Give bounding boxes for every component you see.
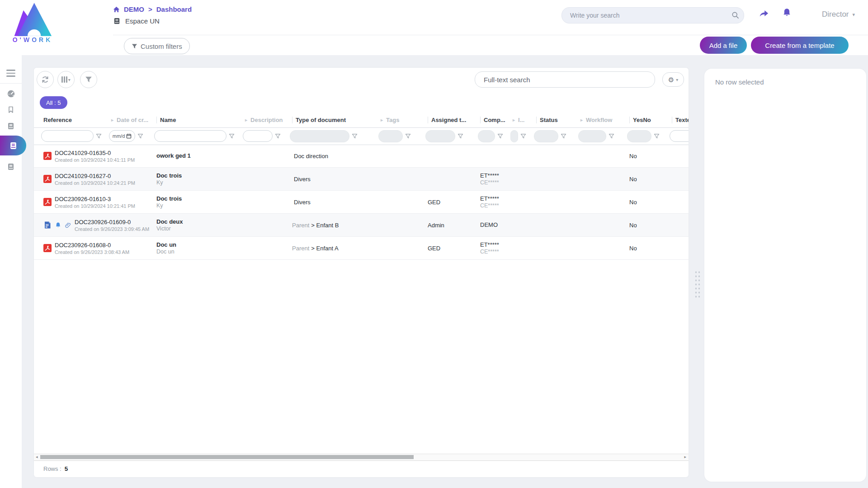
filter-funnel-icon[interactable] [275, 133, 281, 139]
filter-funnel-icon[interactable] [654, 133, 660, 139]
filter-status-disabled [534, 130, 558, 142]
sidebar-item-documents-active[interactable] [0, 136, 26, 155]
filter-funnel-icon[interactable] [520, 133, 526, 139]
funnel-icon [85, 76, 92, 83]
menu-toggle-icon[interactable] [0, 70, 22, 77]
refresh-button[interactable] [37, 71, 54, 88]
notifications-bell-icon[interactable] [782, 8, 792, 18]
column-header-assigned[interactable]: Assigned t... [424, 117, 476, 123]
table-settings-button[interactable]: ⚙ ▾ [662, 72, 684, 87]
filter-funnel-icon[interactable] [458, 133, 463, 139]
sort-arrow-icon: ▸ [111, 117, 113, 122]
filter-funnel-icon[interactable] [229, 133, 235, 139]
name-cell: Doc deuxVictor [153, 218, 241, 232]
user-role-label: Director [822, 10, 849, 19]
filter-date-input[interactable]: mm/d [109, 130, 135, 142]
filter-description-input[interactable] [243, 130, 273, 142]
pdf-file-icon [43, 198, 52, 206]
filters-button[interactable] [80, 71, 97, 88]
reference-cell: w DOC230926-01609-0Created on 9/26/2023 … [40, 219, 108, 232]
column-divider [536, 117, 537, 123]
column-header-tags[interactable]: ▸Tags [377, 117, 424, 123]
user-role-menu[interactable]: Director ▾ [822, 10, 855, 19]
table-footer: Rows : 5 [34, 460, 689, 477]
scrollbar-thumb[interactable] [40, 455, 414, 459]
sidebar-item-library[interactable] [0, 122, 22, 130]
sidebar-item-archives[interactable] [0, 163, 22, 171]
name-cell: Doc troisKy [153, 195, 241, 209]
panel-resize-handle[interactable] [694, 270, 700, 298]
horizontal-scrollbar[interactable]: ◂ ▸ [34, 454, 689, 461]
book-icon [9, 141, 18, 150]
column-header-description[interactable]: ▸Description [241, 117, 288, 123]
type-cell: Doc direction [288, 153, 377, 160]
table-row[interactable]: DOC241029-01627-0Created on 10/29/2024 1… [34, 168, 689, 191]
company-cell: ET*****CE***** [476, 172, 509, 186]
breadcrumb: DEMO > Dashboard Espace UN [113, 5, 192, 25]
fulltext-search-input[interactable] [483, 72, 647, 87]
search-icon[interactable] [731, 11, 739, 19]
filter-funnel-icon[interactable] [561, 133, 566, 139]
share-icon[interactable] [759, 9, 769, 18]
created-date: Created on 9/26/2023 3:09:45 AM [75, 226, 149, 232]
add-file-button[interactable]: Add a file [700, 37, 747, 54]
column-header-type[interactable]: Type of document [288, 117, 377, 123]
tab-all-count[interactable]: All : 5 [40, 96, 67, 109]
paperclip-icon [65, 222, 71, 229]
column-header-name[interactable]: Name [153, 117, 241, 123]
column-header-texte[interactable]: Texte [668, 117, 689, 123]
workspace-name: Espace UN [125, 17, 160, 25]
type-cell: Divers [288, 176, 377, 183]
book-icon [7, 122, 15, 130]
scroll-left-icon[interactable]: ◂ [36, 455, 38, 460]
yesno-cell: No [626, 153, 668, 160]
columns-visibility-button[interactable]: ▾ [57, 71, 75, 88]
header-divider [113, 35, 868, 35]
calendar-icon [126, 133, 132, 139]
yesno-cell: No [626, 245, 668, 252]
column-header-date[interactable]: ▸Date of cr... [108, 117, 153, 123]
company-cell: ET*****CE***** [476, 241, 509, 255]
custom-filters-button[interactable]: Custom filters [124, 38, 190, 54]
scroll-right-icon[interactable]: ▸ [684, 455, 686, 460]
type-cell: Parent> Enfant A [288, 245, 377, 252]
filter-funnel-icon[interactable] [96, 133, 102, 139]
table-row[interactable]: w DOC230926-01609-0Created on 9/26/2023 … [34, 214, 689, 237]
filter-funnel-icon[interactable] [405, 133, 411, 139]
breadcrumb-separator: > [148, 5, 152, 13]
column-divider [292, 117, 292, 123]
sidebar-item-dashboard[interactable] [0, 89, 22, 98]
company-cell: DEMO [476, 221, 509, 229]
table-row[interactable]: DOC241029-01635-0Created on 10/29/2024 1… [34, 145, 689, 168]
sort-arrow-icon: ▸ [381, 117, 383, 122]
column-header-workflow[interactable]: ▸Workflow [577, 117, 626, 123]
breadcrumb-current[interactable]: Dashboard [156, 5, 192, 13]
column-header-company[interactable]: Comp... [476, 117, 509, 123]
filter-texte-input[interactable] [670, 130, 689, 142]
create-from-template-button[interactable]: Create from a template [751, 37, 849, 54]
custom-filters-label: Custom filters [141, 42, 182, 50]
filter-i-disabled [510, 130, 518, 142]
filter-funnel-icon[interactable] [137, 133, 143, 139]
sidebar-item-bookmarks[interactable] [0, 106, 22, 114]
filter-funnel-icon[interactable] [609, 133, 614, 139]
filter-funnel-icon[interactable] [497, 133, 503, 139]
word-file-icon: w [43, 221, 52, 229]
name-cell: owork ged 1 [153, 152, 241, 160]
filter-name-input[interactable] [154, 130, 226, 142]
chevron-down-icon: ▾ [853, 12, 855, 18]
global-search-input[interactable] [569, 8, 725, 23]
app-logo[interactable]: O'WORK [6, 2, 59, 43]
home-icon[interactable] [113, 6, 120, 13]
breadcrumb-root[interactable]: DEMO [124, 5, 144, 13]
filter-funnel-icon[interactable] [352, 133, 358, 139]
column-header-i[interactable]: ▸I... [509, 117, 533, 123]
reference-cell: DOC241029-01627-0Created on 10/29/2024 1… [40, 173, 108, 186]
column-header-reference[interactable]: Reference [40, 117, 108, 123]
table-row[interactable]: DOC230926-01608-0Created on 9/26/2023 3:… [34, 237, 689, 260]
filter-reference-input[interactable] [41, 130, 94, 142]
table-row[interactable]: DOC230926-01610-3Created on 10/29/2024 1… [34, 191, 689, 214]
column-header-status[interactable]: Status [533, 117, 577, 123]
workspace-book-icon [113, 17, 121, 25]
column-header-yesno[interactable]: YesNo [626, 117, 668, 123]
